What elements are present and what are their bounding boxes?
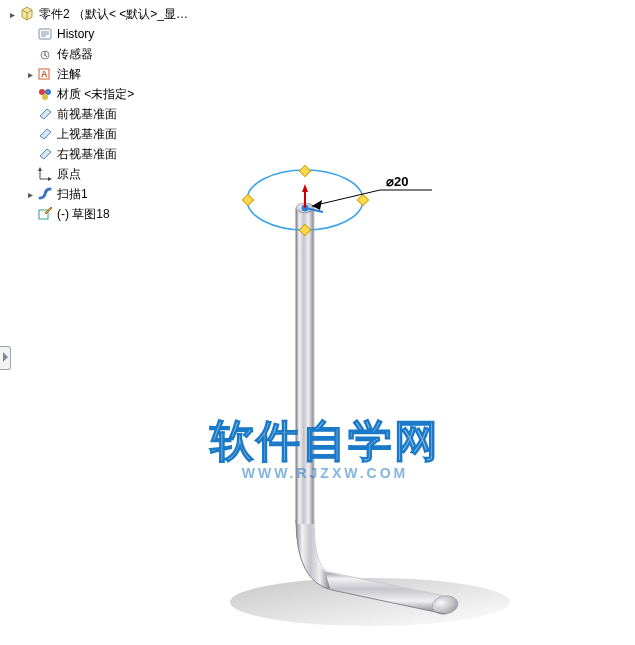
- svg-marker-25: [48, 177, 52, 181]
- flyout-tab[interactable]: [0, 346, 11, 370]
- svg-rect-7: [242, 194, 253, 205]
- plane-icon: [37, 106, 53, 122]
- tree-item-label: 材质 <未指定>: [57, 86, 134, 103]
- origin-icon: [37, 166, 53, 182]
- feature-tree[interactable]: ▸ 零件2 （默认< <默认>_显… History 传感器 ▸ A 注解 材质…: [8, 4, 198, 224]
- svg-line-13: [312, 190, 380, 206]
- sketch-icon: [37, 206, 53, 222]
- tree-root[interactable]: ▸ 零件2 （默认< <默认>_显…: [8, 4, 198, 24]
- svg-rect-1: [296, 208, 314, 524]
- tree-item[interactable]: 上视基准面: [26, 124, 198, 144]
- tree-item-label: 上视基准面: [57, 126, 117, 143]
- tree-item-label: 原点: [57, 166, 81, 183]
- svg-rect-5: [299, 165, 310, 176]
- tree-item[interactable]: History: [26, 24, 198, 44]
- tree-item[interactable]: 原点: [26, 164, 198, 184]
- plane-icon: [37, 146, 53, 162]
- svg-point-22: [45, 89, 51, 95]
- part-icon: [19, 6, 35, 22]
- sweep-icon: [37, 186, 53, 202]
- tree-item[interactable]: 传感器: [26, 44, 198, 64]
- sensor-icon: [37, 46, 53, 62]
- tree-item[interactable]: (-) 草图18: [26, 204, 198, 224]
- tree-item-label: 扫描1: [57, 186, 88, 203]
- tree-item-label: 传感器: [57, 46, 93, 63]
- svg-text:A: A: [41, 69, 48, 79]
- tree-item-label: History: [57, 27, 94, 41]
- tree-item[interactable]: 前视基准面: [26, 104, 198, 124]
- expand-icon[interactable]: ▸: [8, 10, 17, 19]
- annotation-icon: A: [37, 66, 53, 82]
- svg-marker-24: [38, 167, 42, 171]
- tree-item-label: (-) 草图18: [57, 206, 110, 223]
- svg-marker-11: [302, 184, 308, 192]
- dimension-callout[interactable]: ⌀20: [312, 174, 432, 210]
- tree-item-label: 注解: [57, 66, 81, 83]
- dimension-text: ⌀20: [386, 174, 408, 189]
- svg-point-21: [39, 89, 45, 95]
- tree-item[interactable]: 材质 <未指定>: [26, 84, 198, 104]
- sketch-active[interactable]: [242, 165, 368, 235]
- svg-point-23: [42, 94, 48, 100]
- tree-item[interactable]: ▸ 扫描1: [26, 184, 198, 204]
- svg-point-18: [44, 54, 46, 56]
- tree-item[interactable]: 右视基准面: [26, 144, 198, 164]
- tree-root-label: 零件2 （默认< <默认>_显…: [39, 6, 188, 23]
- expand-icon[interactable]: ▸: [26, 190, 35, 199]
- expand-icon[interactable]: ▸: [26, 70, 35, 79]
- material-icon: [37, 86, 53, 102]
- svg-rect-8: [357, 194, 368, 205]
- plane-icon: [37, 126, 53, 142]
- tree-item[interactable]: ▸ A 注解: [26, 64, 198, 84]
- tree-item-label: 右视基准面: [57, 146, 117, 163]
- tree-item-label: 前视基准面: [57, 106, 117, 123]
- model-shaft: [296, 208, 314, 524]
- history-icon: [37, 26, 53, 42]
